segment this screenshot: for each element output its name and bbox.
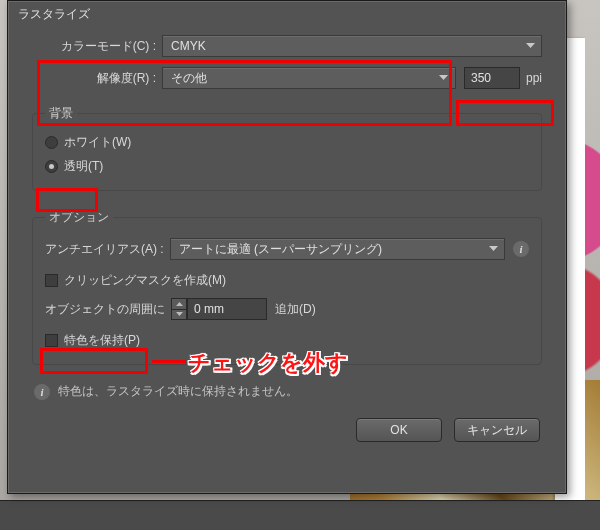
info-icon[interactable]: i [513,241,529,257]
preserve-spot-checkbox[interactable]: 特色を保持(P) [45,328,529,352]
cancel-button[interactable]: キャンセル [454,418,540,442]
radio-icon [45,136,58,149]
chevron-down-icon [172,310,186,320]
rasterize-dialog: ラスタライズ カラーモード(C) : CMYK 解像度(R) : その他 350 [7,0,567,494]
spot-color-note: 特色は、ラスタライズ時に保持されません。 [58,383,298,400]
padding-spinner[interactable] [171,298,187,320]
resolution-value: その他 [171,70,207,87]
options-legend: オプション [45,209,113,226]
padding-value: 0 mm [194,302,224,316]
antialias-label: アンチエイリアス(A) : [45,241,164,258]
padding-prefix: オブジェクトの周囲に [45,301,165,318]
annotation-line [152,360,186,363]
padding-suffix: 追加(D) [275,301,316,318]
color-mode-value: CMYK [171,39,206,53]
options-group: オプション アンチエイリアス(A) : アートに最適 (スーパーサンプリング) … [32,209,542,365]
chevron-down-icon [523,39,537,53]
background-legend: 背景 [45,105,77,122]
antialias-select[interactable]: アートに最適 (スーパーサンプリング) [170,238,505,260]
chevron-down-icon [437,71,451,85]
bg-transparent-radio[interactable]: 透明(T) [45,154,529,178]
clipping-mask-label: クリッピングマスクを作成(M) [64,272,226,289]
bg-white-radio[interactable]: ホワイト(W) [45,130,529,154]
checkbox-icon [45,274,58,287]
background-group: 背景 ホワイト(W) 透明(T) [32,105,542,191]
resolution-select[interactable]: その他 [162,67,456,89]
ok-button[interactable]: OK [356,418,442,442]
info-icon: i [34,384,50,400]
dialog-title: ラスタライズ [8,1,566,27]
chevron-up-icon [172,299,186,310]
preserve-spot-label: 特色を保持(P) [64,332,140,349]
color-mode-select[interactable]: CMYK [162,35,542,57]
ppi-unit: ppi [526,71,542,85]
ppi-input[interactable]: 350 [464,67,520,89]
checkbox-icon [45,334,58,347]
padding-input[interactable]: 0 mm [187,298,267,320]
bg-white-label: ホワイト(W) [64,134,131,151]
resolution-label: 解像度(R) : [32,70,162,87]
radio-icon [45,160,58,173]
clipping-mask-checkbox[interactable]: クリッピングマスクを作成(M) [45,268,529,292]
bg-transparent-label: 透明(T) [64,158,103,175]
color-mode-label: カラーモード(C) : [32,38,162,55]
chevron-down-icon [486,242,500,256]
antialias-value: アートに最適 (スーパーサンプリング) [179,241,382,258]
ppi-value: 350 [471,71,491,85]
